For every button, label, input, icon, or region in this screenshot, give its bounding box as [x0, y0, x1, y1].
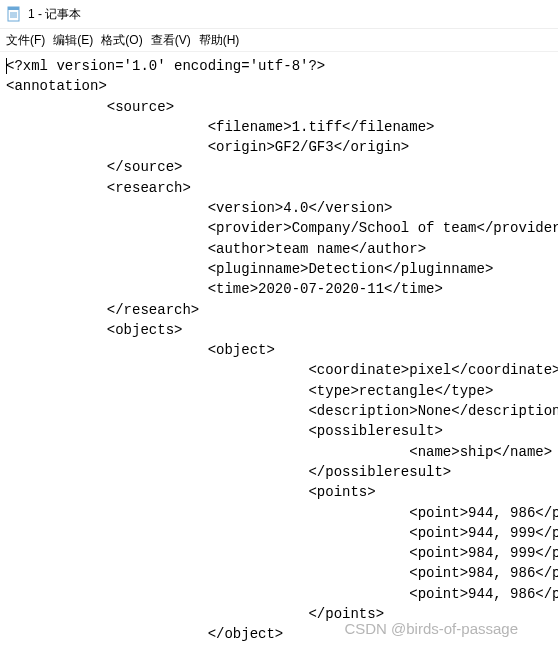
line-22: <points> [6, 484, 376, 500]
title-bar: 1 - 记事本 [0, 0, 558, 29]
line-5: <origin>GF2/GF3</origin> [6, 139, 409, 155]
window-title: 1 - 记事本 [28, 6, 81, 23]
menu-edit[interactable]: 编辑(E) [53, 32, 93, 49]
line-24: <point>944, 999</point> [6, 525, 558, 541]
line-10: <author>team name</author> [6, 241, 426, 257]
line-14: <objects> [6, 322, 182, 338]
line-13: </research> [6, 302, 199, 318]
menu-view[interactable]: 查看(V) [151, 32, 191, 49]
line-2: <annotation> [6, 78, 107, 94]
line-29: </object> [6, 626, 283, 642]
line-21: </possibleresult> [6, 464, 451, 480]
line-9: <provider>Company/School of team</provid… [6, 220, 558, 236]
line-27: <point>944, 986</point> [6, 586, 558, 602]
line-12: <time>2020-07-2020-11</time> [6, 281, 443, 297]
line-18: <description>None</description> [6, 403, 558, 419]
line-28: </points> [6, 606, 384, 622]
line-6: </source> [6, 159, 182, 175]
line-4: <filename>1.tiff</filename> [6, 119, 434, 135]
line-16: <coordinate>pixel</coordinate> [6, 362, 558, 378]
line-26: <point>984, 986</point> [6, 565, 558, 581]
line-19: <possibleresult> [6, 423, 443, 439]
menu-help[interactable]: 帮助(H) [199, 32, 240, 49]
line-17: <type>rectangle</type> [6, 383, 493, 399]
line-23: <point>944, 986</point> [6, 505, 558, 521]
line-3: <source> [6, 99, 174, 115]
line-15: <object> [6, 342, 275, 358]
line-8: <version>4.0</version> [6, 200, 392, 216]
line-7: <research> [6, 180, 191, 196]
line-1: <?xml version='1.0' encoding='utf-8'?> [6, 58, 325, 74]
menu-format[interactable]: 格式(O) [101, 32, 142, 49]
notepad-icon [6, 6, 22, 22]
svg-rect-1 [8, 7, 19, 10]
line-25: <point>984, 999</point> [6, 545, 558, 561]
menu-file[interactable]: 文件(F) [6, 32, 45, 49]
line-11: <pluginname>Detection</pluginname> [6, 261, 493, 277]
menu-bar: 文件(F) 编辑(E) 格式(O) 查看(V) 帮助(H) [0, 29, 558, 52]
line-20: <name>ship</name> [6, 444, 552, 460]
text-area[interactable]: <?xml version='1.0' encoding='utf-8'?> <… [0, 52, 558, 649]
